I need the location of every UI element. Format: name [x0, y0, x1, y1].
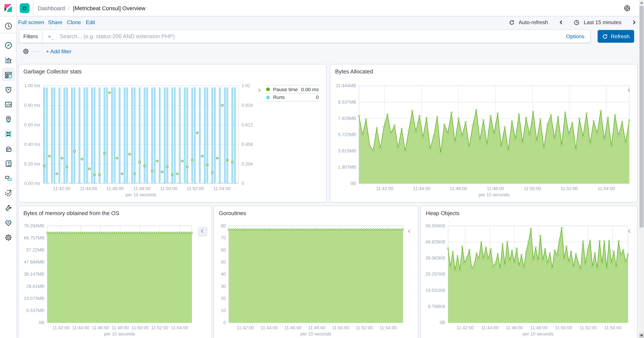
page-scrollbar[interactable]	[639, 0, 644, 338]
sidebar-item-management[interactable]	[3, 232, 13, 242]
page-title: [Metricbeat Consul] Overview	[73, 5, 146, 12]
map-pin-icon	[4, 115, 12, 123]
scrollbar-down-arrow[interactable]	[639, 333, 644, 338]
svg-text:11:46:00: 11:46:00	[450, 186, 467, 191]
sidebar-item-canvas[interactable]	[3, 100, 13, 109]
gear-icon	[4, 233, 12, 242]
svg-text:0.408: 0.408	[242, 142, 253, 147]
svg-text:1.00 ms: 1.00 ms	[24, 83, 40, 88]
svg-text:0.60 ms: 0.60 ms	[24, 122, 40, 128]
heartbeat-icon	[4, 218, 12, 227]
svg-text:11:54:00: 11:54:00	[380, 325, 397, 330]
svg-text:70: 70	[221, 236, 226, 240]
sidebar-item-uptime[interactable]	[3, 188, 13, 198]
svg-text:0B: 0B	[39, 320, 44, 325]
space-badge[interactable]: D	[20, 3, 30, 13]
svg-text:11:44:00: 11:44:00	[80, 186, 97, 191]
time-range-button[interactable]: Last 15 minutes	[584, 19, 622, 26]
svg-text:per 10 seconds: per 10 seconds	[479, 192, 510, 197]
sidebar-item-logs[interactable]	[3, 158, 13, 168]
svg-text:per 10 seconds: per 10 seconds	[522, 332, 554, 336]
search-input[interactable]	[59, 33, 566, 40]
legend-collapse-button[interactable]	[254, 86, 263, 95]
sidebar-item-visualize[interactable]	[3, 55, 13, 65]
panel-title: Heap Objects	[426, 210, 460, 216]
cloud-server-icon	[4, 144, 12, 153]
time-forward-button[interactable]	[632, 20, 636, 24]
svg-text:11:52:00: 11:52:00	[151, 325, 168, 330]
svg-text:1.02: 1.02	[242, 83, 250, 88]
svg-text:11:52:00: 11:52:00	[187, 186, 204, 191]
goroutines-chart: 8070605040302010011:42:0011:44:0011:46:0…	[217, 222, 407, 338]
sidebar-item-infrastructure[interactable]	[3, 144, 13, 154]
runs-dot	[266, 96, 270, 99]
panel-heap-objects: Heap Objects 58.594KB48.828KB39.063KB29.…	[420, 206, 638, 338]
svg-text:38.147MB: 38.147MB	[24, 272, 44, 277]
wrench-icon	[4, 203, 12, 212]
panel-bytes-allocated: Bytes Allocated 11.444MB9.537MB7.629MB5.…	[330, 64, 638, 202]
svg-text:40: 40	[221, 272, 226, 277]
legend-row-runs[interactable]: Runs 0	[265, 93, 320, 102]
sidebar-item-dev-tools[interactable]	[3, 203, 13, 213]
refresh-button[interactable]: Refresh	[598, 30, 634, 43]
share-link[interactable]: Share	[48, 19, 62, 26]
main-content: Full screen Share Clone Edit Auto-refres…	[17, 16, 639, 338]
sidebar-item-apm[interactable]	[3, 173, 13, 183]
svg-text:11:54:00: 11:54:00	[213, 186, 230, 191]
edit-link[interactable]: Edit	[86, 19, 95, 26]
scrollbar-thumb[interactable]	[640, 6, 644, 227]
svg-text:11:52:00: 11:52:00	[561, 186, 578, 191]
header-divider	[16, 0, 17, 16]
legend-expand-button[interactable]	[626, 227, 634, 236]
auto-refresh-icon	[509, 20, 514, 25]
legend-value: 0.00 ms	[301, 86, 319, 92]
svg-text:0.00 ms: 0.00 ms	[24, 181, 40, 186]
app-sidebar	[0, 16, 17, 338]
legend-expand-button[interactable]	[625, 86, 634, 95]
breadcrumb-dashboard-link[interactable]: Dashboard	[38, 5, 65, 12]
bar-chart-icon	[4, 56, 12, 64]
bytes-allocated-chart: 11.444MB9.537MB7.629MB5.722MB3.815MB1.90…	[333, 81, 635, 201]
svg-text:30: 30	[221, 284, 226, 289]
apm-rects-icon	[4, 174, 12, 182]
legend-expand-button[interactable]	[198, 227, 208, 236]
time-back-button[interactable]	[560, 20, 564, 24]
ml-nodes-icon	[4, 130, 12, 138]
svg-text:0.816: 0.816	[242, 103, 253, 108]
svg-text:19.531KB: 19.531KB	[425, 288, 445, 293]
svg-text:0.204: 0.204	[242, 162, 253, 166]
legend-expand-button[interactable]	[405, 227, 414, 236]
uptime-clock-icon	[4, 188, 12, 197]
help-lifebuoy-icon[interactable]	[624, 4, 631, 12]
add-filter-button[interactable]: + Add filter	[46, 48, 71, 54]
svg-text:11:46:00: 11:46:00	[92, 325, 109, 330]
svg-text:0: 0	[224, 320, 226, 325]
sidebar-item-siem[interactable]	[3, 84, 13, 94]
kibana-logo-icon[interactable]	[3, 3, 13, 13]
sidebar-item-discover[interactable]	[3, 40, 13, 50]
sidebar-item-machine-learning[interactable]	[3, 129, 13, 139]
svg-text:11:46:00: 11:46:00	[506, 325, 523, 330]
legend-row-pause-time[interactable]: Pause time 0.00 ms	[265, 85, 320, 93]
sidebar-item-maps[interactable]	[3, 114, 13, 124]
legend-label: Runs	[273, 94, 285, 100]
svg-text:11.444MB: 11.444MB	[336, 83, 356, 88]
options-link[interactable]: Options	[566, 33, 584, 40]
filters-button[interactable]: Filters	[19, 30, 42, 43]
svg-text:50: 50	[221, 260, 226, 264]
gc-stats-chart: 1.00 ms0.80 ms0.60 ms0.40 ms0.20 ms0.00 …	[20, 81, 258, 201]
sidebar-item-recently-viewed[interactable]	[3, 21, 13, 31]
svg-text:11:48:00: 11:48:00	[530, 325, 548, 330]
svg-text:3.815MB: 3.815MB	[338, 148, 356, 154]
scrollbar-up-arrow[interactable]	[639, 0, 644, 5]
full-screen-link[interactable]: Full screen	[18, 19, 44, 26]
sidebar-item-dashboard[interactable]	[3, 70, 13, 80]
clone-link[interactable]: Clone	[67, 19, 81, 26]
auto-refresh-button[interactable]: Auto-refresh	[518, 19, 548, 26]
filter-settings-gear-icon[interactable]	[22, 48, 30, 55]
sidebar-item-stack-monitoring[interactable]	[3, 218, 13, 228]
legend-value: 0	[316, 94, 319, 100]
svg-text:11:54:00: 11:54:00	[604, 325, 621, 330]
header-divider-2	[33, 0, 33, 16]
svg-text:11:54:00: 11:54:00	[171, 325, 188, 330]
